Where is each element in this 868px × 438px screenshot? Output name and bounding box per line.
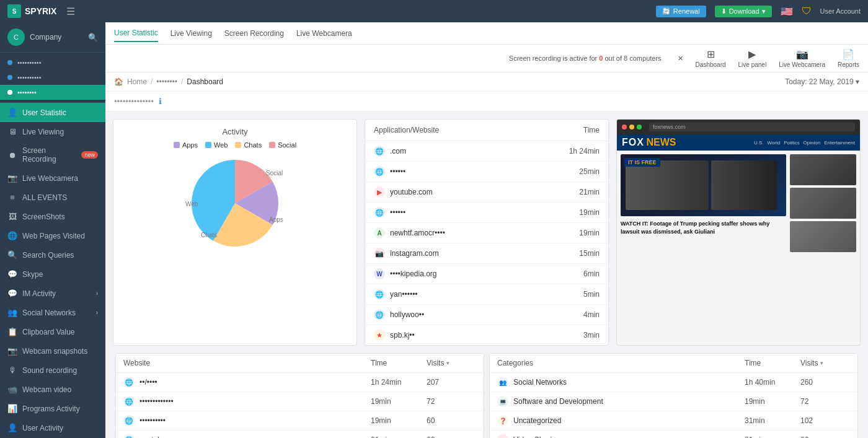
website-row: 🌐 youtube.com 21min 60: [116, 431, 484, 438]
info-icon[interactable]: ℹ: [159, 97, 162, 106]
secondary-nav-live-webcamera[interactable]: Live Webcamera: [296, 25, 352, 42]
renewal-button[interactable]: 🔄 Renewal: [656, 6, 706, 17]
category-name: Software and Development: [513, 397, 745, 406]
sidebar-item-live-webcamera[interactable]: 📷 Live Webcamera: [0, 169, 105, 188]
browser-maximize-dot: [637, 125, 642, 129]
fox-main-article: IT IS FREE WATCH IT: Footage of Trump pe…: [621, 154, 786, 341]
pie-label-web: Web: [185, 201, 198, 208]
screen-notice-text: Screen recording is active for 0 out of …: [509, 55, 662, 62]
website-visits: 60: [427, 416, 476, 425]
secondary-nav-live-viewing[interactable]: Live Viewing: [170, 25, 212, 42]
device-label-3: ••••••••: [17, 89, 37, 96]
sort-arrow[interactable]: ▾: [446, 360, 450, 366]
category-time: 31min: [745, 416, 800, 425]
categories-table-card: Categories Time Visits ▾ 👥 Social Networ…: [489, 353, 858, 438]
device-label-2: ••••••••••: [17, 74, 42, 81]
breadcrumb-current: Dashboard: [187, 77, 223, 86]
social-networks-arrow: ›: [96, 309, 98, 316]
sidebar-item-social-networks[interactable]: 👥 Social Networks ›: [0, 303, 105, 322]
device-item-1[interactable]: ••••••••••: [0, 55, 105, 70]
table-row: W ••••kipedia.org 6min: [365, 264, 608, 284]
breadcrumb-home-label[interactable]: Home: [127, 77, 147, 86]
secondary-nav-label: Screen Recording: [224, 29, 284, 38]
sidebar-item-programs-activity[interactable]: 📊 Programs Activity: [0, 399, 105, 418]
site-time: 19min: [550, 229, 600, 237]
live-webcamera-icon: 📷: [7, 173, 17, 183]
sidebar-search-icon[interactable]: 🔍: [88, 33, 98, 42]
cat-icon: 👥: [497, 377, 508, 388]
device-item-2[interactable]: ••••••••••: [0, 70, 105, 85]
secondary-nav-user-statistic[interactable]: User Statistic: [114, 25, 158, 42]
sidebar-item-search-queries[interactable]: 🔍 Search Queries: [0, 245, 105, 265]
breadcrumb-home[interactable]: 🏠: [114, 77, 123, 86]
device-item-3[interactable]: ••••••••: [0, 85, 105, 100]
website-row: 🌐 ••••••••••••• 19min 72: [116, 392, 484, 411]
cat-icon: 💻: [497, 396, 508, 407]
websites-col2: Time: [371, 359, 427, 367]
legend-chats-dot: [235, 142, 241, 148]
fox-nav-item: Entertainment: [824, 140, 855, 146]
website-row: 🌐 ••/•••• 1h 24min 207: [116, 373, 484, 392]
cat-sort-arrow[interactable]: ▾: [820, 360, 823, 366]
site-time: 25min: [550, 167, 600, 176]
category-visits: 60: [800, 436, 850, 438]
sidebar-item-user-statistic[interactable]: 👤 User Statistic: [0, 103, 105, 122]
sidebar-label-webcam-snapshots: Webcam snapshots: [22, 347, 87, 356]
fox-nav-item: Politics: [784, 140, 799, 146]
sidebar-item-webcam-snapshots[interactable]: 📷 Webcam snapshots: [0, 341, 105, 361]
site-name: hollywoo••: [390, 310, 550, 319]
live-panel-label: Live panel: [738, 61, 767, 68]
fox-main-image: IT IS FREE: [621, 154, 786, 216]
site-name: spb.kj••: [390, 331, 550, 339]
bottom-tables: Website Time Visits ▾ 🌐 ••/•••• 1h 24min…: [105, 353, 868, 438]
globe-icon: 🌐: [123, 415, 135, 426]
date-display[interactable]: Today: 22 May, 2019 ▾: [785, 77, 859, 86]
sidebar-item-live-viewing[interactable]: 🖥 Live Viewing: [0, 122, 105, 141]
sidebar-item-screen-recording[interactable]: ⏺ Screen Recording new: [0, 141, 105, 169]
renewal-icon: 🔄: [662, 7, 671, 15]
legend-chats-label: Chats: [244, 141, 262, 149]
sidebar-item-skype[interactable]: 💬 Skype: [0, 265, 105, 284]
sidebar-label-user-statistic: User Statistic: [22, 108, 66, 117]
dashboard-icon: ⊞: [707, 48, 715, 60]
download-button[interactable]: ⬇ Download ▾: [715, 6, 772, 17]
renewal-label: Renewal: [673, 7, 700, 15]
content-area: 🏠 Home / •••••••• / Dashboard Today: 22 …: [105, 72, 868, 438]
webcamera-action[interactable]: 📷 Live Webcamera: [779, 48, 825, 68]
website-visits: 207: [427, 378, 476, 387]
sidebar-item-all-events[interactable]: ≡ ALL EVENTS: [0, 188, 105, 207]
sidebar-item-im-activity[interactable]: 💬 IM Activity ›: [0, 284, 105, 303]
main-image-person: [626, 160, 709, 210]
hamburger-icon[interactable]: ☰: [66, 6, 75, 17]
secondary-nav-screen-recording[interactable]: Screen Recording: [224, 25, 284, 42]
flag-icon[interactable]: 🇺🇸: [781, 6, 793, 17]
table-row: 🌐 yan•••••• 5min: [365, 284, 608, 305]
reports-action[interactable]: 📄 Reports: [838, 48, 859, 68]
live-panel-action[interactable]: ▶ Live panel: [738, 48, 767, 68]
sidebar-item-webcam-video[interactable]: 📹 Webcam video: [0, 380, 105, 399]
category-time: 1h 40min: [745, 378, 800, 387]
websites-col3: Visits ▾: [427, 359, 476, 367]
sidebar-item-screenshots[interactable]: 🖼 ScreenShots: [0, 207, 105, 226]
table-row: 🌐 •••••• 19min: [365, 203, 608, 223]
category-row: 💻 Software and Development 19min 72: [490, 392, 857, 411]
pie-chart-container: Social Web Chats Apps: [121, 154, 349, 253]
sidebar-label-im-activity: IM Activity: [22, 289, 56, 298]
user-account[interactable]: User Account: [820, 7, 861, 15]
navbar-right: 🔄 Renewal ⬇ Download ▾ 🇺🇸 🛡 User Account: [656, 6, 861, 17]
device-status-dot: [7, 75, 12, 80]
pie-label-apps: Apps: [269, 216, 283, 223]
fox-nav-item: Opinion: [804, 140, 821, 146]
screenshots-icon: 🖼: [7, 212, 17, 221]
sidebar-item-user-activity[interactable]: 👤 User Activity: [0, 418, 105, 437]
sidebar-item-clipboard[interactable]: 📋 Clipboard Value: [0, 322, 105, 341]
site-time: 15min: [550, 249, 600, 258]
shield-icon: 🛡: [802, 6, 812, 17]
dashboard-action[interactable]: ⊞ Dashboard: [696, 48, 726, 68]
category-row: ▶ Video Sharing 21min 60: [490, 431, 857, 438]
sidebar-item-web-pages[interactable]: 🌐 Web Pages Visited: [0, 226, 105, 245]
breadcrumb-user[interactable]: ••••••••: [156, 77, 177, 86]
notice-close-button[interactable]: ✕: [678, 55, 683, 63]
sidebar-item-sound-recording[interactable]: 🎙 Sound recording: [0, 361, 105, 380]
clipboard-icon: 📋: [7, 327, 17, 336]
